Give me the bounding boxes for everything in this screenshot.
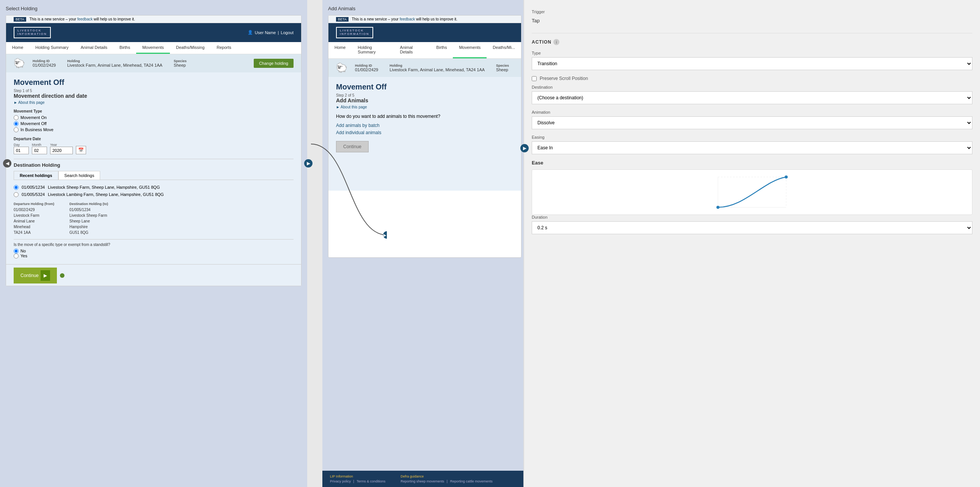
continue-arrow: ▶ — [41, 270, 50, 281]
nav-bar-right: Home Holding Summary Animal Details Birt… — [328, 42, 521, 59]
nav-home-right[interactable]: Home — [328, 42, 352, 59]
destination-label: Destination — [532, 85, 972, 89]
add-by-batch-link[interactable]: Add animals by batch — [336, 123, 514, 128]
ease-curve-container — [532, 170, 972, 215]
nav-births-left[interactable]: Births — [113, 42, 136, 54]
nav-animal-details-right[interactable]: Animal Details — [394, 42, 430, 59]
nav-holding-summary-left[interactable]: Holding Summary — [29, 42, 74, 54]
left-nav-arrow[interactable]: ◀ — [3, 159, 11, 168]
movement-title-left: Movement Off — [14, 78, 294, 87]
continue-button-left[interactable]: Continue ▶ — [14, 268, 57, 284]
movement-on-option[interactable]: Movement On — [14, 115, 294, 120]
add-animals-question: How do you want to add animals to this m… — [336, 114, 514, 119]
nav-home-left[interactable]: Home — [6, 42, 29, 54]
nav-deaths-left[interactable]: Deaths/Missing — [170, 42, 210, 54]
holding-name-field-right: Holding Livestock Farm, Animal Lane, Min… — [390, 63, 485, 72]
in-business-radio[interactable] — [14, 127, 19, 132]
holding-radio-2[interactable] — [14, 192, 19, 197]
step-heading-left: Movement direction and date — [14, 93, 294, 99]
standstill-no-radio[interactable] — [14, 249, 19, 254]
species-value-right: Sheep — [496, 67, 509, 72]
calendar-button[interactable]: 📅 — [76, 146, 86, 154]
nav-holding-summary-right[interactable]: Holding Summary — [352, 42, 394, 59]
app-logo-text: LIVESTOCK INFORMATION — [18, 29, 47, 36]
duration-field-row: Duration 0.1 s 0.2 s 0.3 s 0.5 s 1.0 s — [532, 215, 972, 234]
holding-option-2[interactable]: 01/005/5324 Livestock Lambing Farm, Shee… — [14, 191, 294, 198]
standstill-yes-radio[interactable] — [14, 254, 19, 259]
change-holding-button[interactable]: Change holding — [254, 59, 294, 68]
continue-label: Continue — [21, 273, 39, 278]
about-link-left[interactable]: ► About this page — [14, 100, 294, 105]
beta-link-right[interactable]: feedback — [400, 17, 415, 21]
holding-bar-right: 🐑 Holding ID 01/002/2429 Holding Livesto… — [328, 59, 521, 77]
logout-link[interactable]: Logout — [281, 30, 294, 35]
day-field: Day — [14, 143, 29, 154]
holding-info-right: Holding ID 01/002/2429 Holding Livestock… — [355, 63, 514, 72]
left-panel-title: Select Holding — [6, 6, 302, 11]
standstill-section: Is the move of a specific type or exempt… — [14, 239, 294, 259]
holding-id-value: 01/002/2429 — [33, 63, 56, 67]
holding-info-left: Holding ID 01/002/2429 Holding Livestock… — [33, 59, 246, 67]
step-indicator — [60, 273, 64, 278]
departure-holding-col: Departure Holding (from) 01/002/2429Live… — [14, 202, 54, 235]
beta-link-left[interactable]: feedback — [77, 17, 93, 21]
nav-animal-details-left[interactable]: Animal Details — [75, 42, 113, 54]
type-select[interactable]: Transition Push Pop Modal — [532, 57, 972, 70]
holding-id-1: 01/005/1234 — [22, 185, 45, 189]
holding-compare-section: Departure Holding (from) 01/002/2429Live… — [14, 202, 294, 235]
right-sidebar: Trigger Tap ACTION i Type Transition Pus… — [523, 0, 980, 487]
animation-field-row: Animation Dissolve Slide Fade — [532, 110, 972, 129]
species-field: Species Sheep — [174, 59, 186, 67]
movement-off-radio[interactable] — [14, 121, 19, 126]
divider-1 — [532, 33, 972, 33]
beta-text-left: This is a new service – your — [29, 17, 76, 21]
duration-select[interactable]: 0.1 s 0.2 s 0.3 s 0.5 s 1.0 s — [532, 221, 972, 234]
app-header-right: LIVESTOCK INFORMATION — [328, 23, 521, 42]
movement-off-option[interactable]: Movement Off — [14, 121, 294, 126]
holding-id-field-right: Holding ID 01/002/2429 — [355, 63, 378, 72]
recent-holdings-tab[interactable]: Recent holdings — [14, 171, 59, 180]
right-nav-arrow-left[interactable]: ▶ — [304, 159, 312, 168]
ease-curve-svg — [714, 173, 790, 211]
day-input[interactable] — [14, 147, 29, 154]
trigger-label: Trigger — [532, 10, 972, 14]
departure-date-section: Departure Date Day Month Year — [14, 137, 294, 154]
year-label: Year — [50, 143, 73, 147]
standstill-no-option[interactable]: No — [14, 249, 294, 254]
preserve-scroll-checkbox[interactable] — [532, 76, 537, 81]
logo-line2-right: INFORMATION — [340, 33, 369, 36]
search-holdings-tab[interactable]: Search holdings — [59, 171, 100, 180]
animation-select[interactable]: Dissolve Slide Fade — [532, 116, 972, 129]
beta-tag-left: BETA — [14, 17, 26, 22]
holding-radio-1[interactable] — [14, 185, 19, 190]
easing-select[interactable]: Ease In Ease Out Ease In Out Linear — [532, 141, 972, 154]
nav-births-right[interactable]: Births — [430, 42, 453, 59]
nav-movements-right[interactable]: Movements — [453, 42, 487, 59]
about-link-right[interactable]: ► About this page — [336, 105, 514, 109]
movement-on-radio[interactable] — [14, 115, 19, 120]
nav-reports-left[interactable]: Reports — [210, 42, 237, 54]
right-nav-arrow-right[interactable]: ▶ — [520, 144, 529, 152]
nav-deaths-right[interactable]: Deaths/Mi... — [487, 42, 521, 59]
holding-name-value: Livestock Farm, Animal Lane, Minehead, T… — [67, 63, 162, 67]
sheep-icon-left: 🐑 — [14, 58, 25, 68]
beta-end-right: will help us to improve it. — [416, 17, 457, 21]
holding-id-field: Holding ID 01/002/2429 — [33, 59, 56, 67]
destination-holding-title: Destination Holding — [14, 159, 294, 168]
add-individual-link[interactable]: Add individual animals — [336, 130, 514, 135]
holding-id-2: 01/005/5324 — [22, 192, 45, 197]
year-input[interactable] — [50, 147, 73, 154]
standstill-yes-option[interactable]: Yes — [14, 254, 294, 259]
nav-movements-left[interactable]: Movements — [136, 42, 170, 54]
action-header: ACTION i — [532, 39, 972, 45]
content-area-right: Movement Off Step 2 of 5 Add Animals ► A… — [328, 77, 521, 190]
info-icon[interactable]: i — [553, 39, 559, 45]
month-input[interactable] — [32, 147, 47, 154]
app-logo-left: LIVESTOCK INFORMATION — [14, 27, 51, 38]
destination-select[interactable]: (Choose a destination) — [532, 91, 972, 104]
destination-holding-col-value: 01/005/1234Livestock Sheep FarmSheep Lan… — [69, 207, 108, 235]
content-area-left: Movement Off Step 1 of 5 Movement direct… — [6, 72, 301, 264]
holding-option-1[interactable]: 01/005/1234 Livestock Sheep Farm, Sheep … — [14, 184, 294, 191]
holding-bar-left: 🐑 Holding ID 01/002/2429 Holding Livesto… — [6, 54, 301, 72]
in-business-option[interactable]: In Business Move — [14, 127, 294, 132]
